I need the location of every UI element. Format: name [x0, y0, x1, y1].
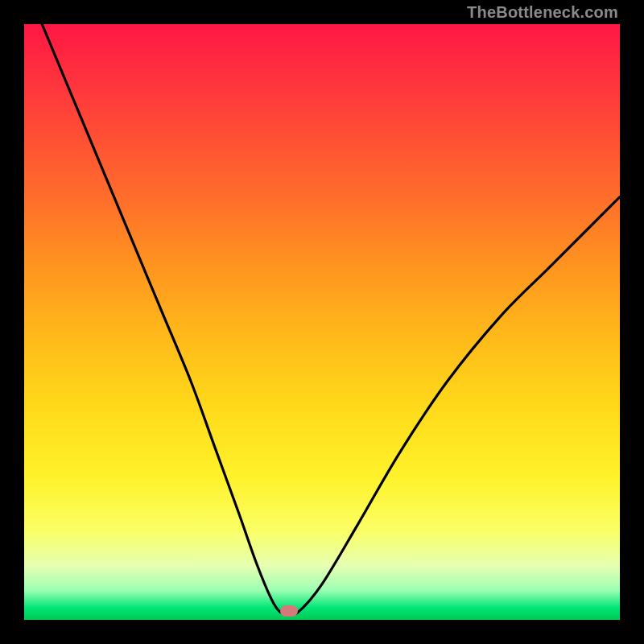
curve-svg: [24, 24, 620, 620]
optimum-marker: [280, 605, 298, 617]
plot-area: [24, 24, 620, 620]
bottleneck-curve: [42, 24, 620, 614]
chart-frame: TheBottleneck.com: [0, 0, 644, 644]
watermark-text: TheBottleneck.com: [467, 3, 618, 22]
